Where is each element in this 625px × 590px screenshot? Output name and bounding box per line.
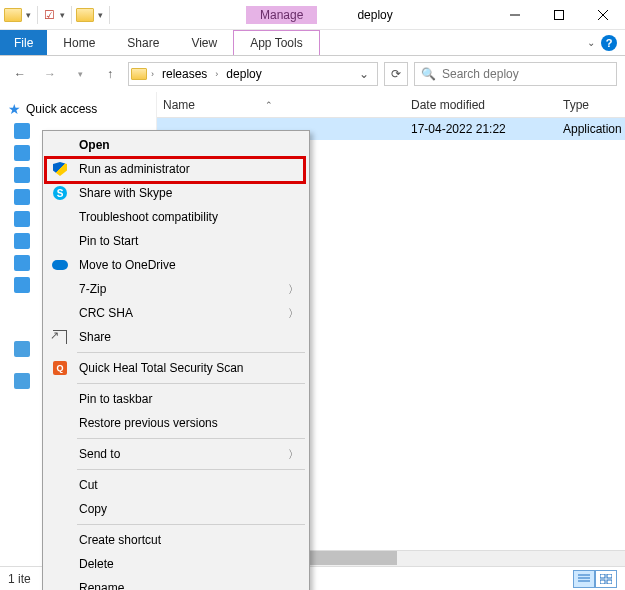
column-name[interactable]: Name ⌃	[157, 98, 411, 112]
properties-qat-icon[interactable]: ☑	[42, 8, 56, 22]
column-type[interactable]: Type	[563, 98, 625, 112]
chevron-right-icon: 〉	[288, 306, 299, 321]
separator	[77, 524, 305, 525]
close-button[interactable]	[581, 2, 625, 28]
back-button[interactable]: ←	[8, 62, 32, 86]
onedrive-icon	[51, 256, 69, 274]
separator	[77, 352, 305, 353]
sort-indicator-icon: ⌃	[265, 100, 273, 110]
window-title: deploy	[357, 8, 392, 22]
ctx-send-to[interactable]: Send to〉	[45, 442, 307, 466]
tab-app-tools[interactable]: App Tools	[233, 30, 319, 55]
ctx-open[interactable]: Open	[45, 133, 307, 157]
tab-home[interactable]: Home	[47, 30, 111, 55]
ribbon-expand-icon[interactable]: ⌄	[587, 37, 595, 48]
ctx-copy[interactable]: Copy	[45, 497, 307, 521]
minimize-button[interactable]	[493, 2, 537, 28]
column-headers: Name ⌃ Date modified Type	[157, 92, 625, 118]
breadcrumb-segment[interactable]: deploy	[222, 65, 265, 83]
qat-customize-icon[interactable]: ▾	[96, 10, 105, 20]
svg-rect-10	[607, 580, 612, 584]
column-date[interactable]: Date modified	[411, 98, 563, 112]
separator	[77, 383, 305, 384]
ctx-share-skype[interactable]: S Share with Skype	[45, 181, 307, 205]
search-input[interactable]	[442, 67, 610, 81]
details-view-button[interactable]	[573, 570, 595, 588]
ctx-restore-versions[interactable]: Restore previous versions	[45, 411, 307, 435]
tab-view[interactable]: View	[175, 30, 233, 55]
separator	[77, 438, 305, 439]
ctx-move-onedrive[interactable]: Move to OneDrive	[45, 253, 307, 277]
ctx-7zip[interactable]: 7-Zip〉	[45, 277, 307, 301]
chevron-right-icon[interactable]: ›	[213, 69, 220, 79]
shield-icon	[51, 160, 69, 178]
address-dropdown-icon[interactable]: ⌄	[353, 65, 375, 83]
quickheal-icon: Q	[51, 359, 69, 377]
maximize-button[interactable]	[537, 2, 581, 28]
share-icon	[51, 328, 69, 346]
svg-rect-8	[607, 574, 612, 578]
title-bar: ▾ ☑ ▾ ▾ Manage deploy	[0, 0, 625, 30]
navigation-bar: ← → ▾ ↑ › releases › deploy ⌄ ⟳ 🔍	[0, 56, 625, 92]
search-icon: 🔍	[421, 67, 436, 81]
file-tab[interactable]: File	[0, 30, 47, 55]
svg-rect-1	[555, 10, 564, 19]
ctx-share[interactable]: Share	[45, 325, 307, 349]
folder-icon	[131, 68, 147, 80]
help-icon[interactable]: ?	[601, 35, 617, 51]
quick-access-label: Quick access	[26, 102, 97, 116]
ctx-cut[interactable]: Cut	[45, 473, 307, 497]
skype-icon: S	[51, 184, 69, 202]
star-icon: ★	[8, 101, 21, 117]
contextual-tab-label: Manage	[246, 6, 317, 24]
chevron-right-icon[interactable]: ›	[149, 69, 156, 79]
ribbon-tabs: File Home Share View App Tools ⌄ ?	[0, 30, 625, 56]
separator	[77, 469, 305, 470]
ctx-pin-start[interactable]: Pin to Start	[45, 229, 307, 253]
svg-rect-7	[600, 574, 605, 578]
chevron-right-icon: 〉	[288, 282, 299, 297]
recent-locations-icon[interactable]: ▾	[68, 62, 92, 86]
forward-button: →	[38, 62, 62, 86]
item-count: 1 ite	[8, 572, 31, 586]
ctx-pin-taskbar[interactable]: Pin to taskbar	[45, 387, 307, 411]
address-bar[interactable]: › releases › deploy ⌄	[128, 62, 378, 86]
qat-dropdown-icon[interactable]: ▾	[24, 10, 33, 20]
ctx-rename[interactable]: Rename	[45, 576, 307, 590]
ctx-create-shortcut[interactable]: Create shortcut	[45, 528, 307, 552]
refresh-button[interactable]: ⟳	[384, 62, 408, 86]
quick-access-header[interactable]: ★ Quick access	[4, 98, 152, 120]
search-box[interactable]: 🔍	[414, 62, 617, 86]
quick-access-toolbar: ▾ ☑ ▾ ▾	[0, 6, 116, 24]
chevron-right-icon: 〉	[288, 447, 299, 462]
file-type-cell: Application	[563, 122, 625, 136]
folder-icon	[76, 8, 94, 22]
ctx-delete[interactable]: Delete	[45, 552, 307, 576]
window-controls	[493, 2, 625, 28]
file-date-cell: 17-04-2022 21:22	[411, 122, 563, 136]
svg-rect-9	[600, 580, 605, 584]
ctx-crc-sha[interactable]: CRC SHA〉	[45, 301, 307, 325]
tab-share[interactable]: Share	[111, 30, 175, 55]
ctx-troubleshoot[interactable]: Troubleshoot compatibility	[45, 205, 307, 229]
qat-dropdown-icon[interactable]: ▾	[58, 10, 67, 20]
breadcrumb-segment[interactable]: releases	[158, 65, 211, 83]
ctx-quickheal[interactable]: Q Quick Heal Total Security Scan	[45, 356, 307, 380]
ctx-run-as-admin[interactable]: Run as administrator	[45, 157, 307, 181]
folder-icon	[4, 8, 22, 22]
up-button[interactable]: ↑	[98, 62, 122, 86]
thumbnails-view-button[interactable]	[595, 570, 617, 588]
context-menu: Open Run as administrator S Share with S…	[42, 130, 310, 590]
